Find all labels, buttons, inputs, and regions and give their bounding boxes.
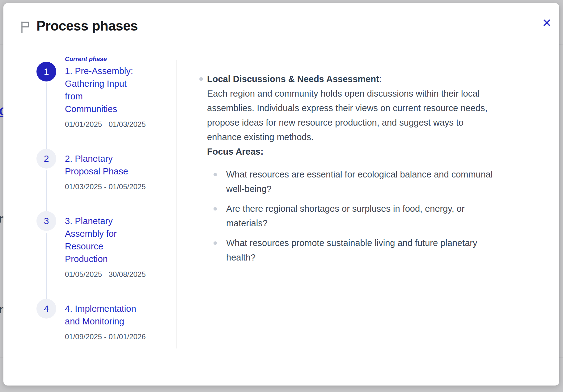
process-phases-modal: Process phases 1 Current phase 1. Pre-As…: [3, 3, 559, 386]
phase-3-dates: 01/05/2025 - 30/08/2025: [65, 270, 146, 279]
focus-area-item: Are there regional shortages or surpluse…: [207, 202, 516, 231]
modal-title: Process phases: [36, 17, 138, 35]
phase-2-dates: 01/03/2025 - 01/05/2025: [65, 182, 146, 191]
focus-area-question: What resources are essential for ecologi…: [226, 167, 493, 196]
phase-2-step-circle: 2: [36, 149, 56, 169]
current-phase-badge: Current phase: [65, 55, 146, 63]
description-paragraph: Each region and community holds open dis…: [207, 86, 516, 144]
bullet-dot-icon: [214, 207, 217, 211]
close-button[interactable]: [539, 15, 555, 31]
phase-4-step-circle: 4: [36, 299, 56, 319]
phase-3-step-circle: 3: [36, 211, 56, 231]
phase-4-dates: 01/09/2025 - 01/01/2026: [65, 332, 146, 341]
column-divider: [176, 60, 177, 348]
phase-timeline: 1 Current phase 1. Pre-Assembly: Gatheri…: [36, 55, 148, 341]
focus-area-item: What resources promote sustainable livin…: [207, 236, 516, 265]
focus-areas-list: What resources are essential for ecologi…: [207, 167, 516, 265]
description-heading: Local Discussions & Needs Assessment:: [207, 72, 516, 86]
focus-area-question: What resources promote sustainable livin…: [226, 236, 477, 265]
phase-1-step-circle: 1: [36, 62, 56, 81]
description-bullet-item: Local Discussions & Needs Assessment: Ea…: [199, 72, 518, 270]
bullet-dot-icon: [214, 173, 217, 176]
phase-4-title[interactable]: 4. Implementation and Monitoring: [65, 302, 146, 328]
phase-3-title[interactable]: 3. Planetary Assembly for Resource Produ…: [65, 215, 146, 265]
description-heading-bold: Local Discussions & Needs Assessment: [207, 74, 379, 84]
phase-item-3[interactable]: 3 3. Planetary Assembly for Resource Pro…: [36, 215, 148, 279]
phase-item-1[interactable]: 1 Current phase 1. Pre-Assembly: Gatheri…: [36, 55, 148, 129]
modal-header: Process phases: [3, 3, 559, 43]
flag-icon: [19, 20, 32, 33]
bullet-dot-icon: [199, 77, 203, 81]
phase-1-dates: 01/01/2025 - 01/03/2025: [65, 120, 146, 129]
phase-1-title[interactable]: 1. Pre-Assembly: Gathering Input from Co…: [65, 65, 146, 115]
phase-description-panel: Local Discussions & Needs Assessment: Ea…: [199, 72, 518, 270]
focus-area-item: What resources are essential for ecologi…: [207, 167, 516, 196]
phase-item-2[interactable]: 2 2. Planetary Proposal Phase 01/03/2025…: [36, 152, 148, 191]
focus-area-question: Are there regional shortages or surpluse…: [226, 202, 465, 231]
focus-areas-label: Focus Areas:: [207, 144, 516, 159]
close-icon: [542, 18, 552, 28]
bullet-dot-icon: [214, 241, 217, 245]
phase-2-title[interactable]: 2. Planetary Proposal Phase: [65, 152, 146, 178]
description-heading-colon: :: [379, 74, 382, 84]
phase-item-4[interactable]: 4 4. Implementation and Monitoring 01/09…: [36, 302, 148, 341]
